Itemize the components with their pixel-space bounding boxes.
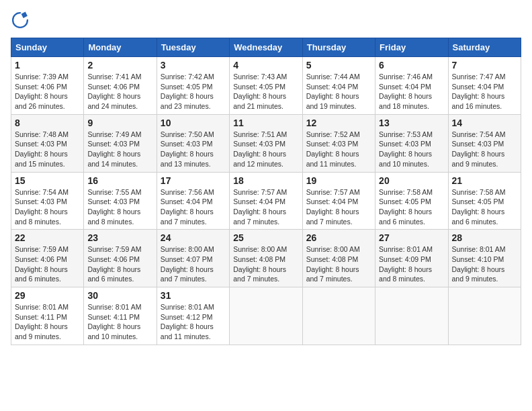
day-number: 3 (161, 60, 226, 71)
calendar-day-cell: 18Sunrise: 7:57 AM Sunset: 4:04 PM Dayli… (230, 172, 302, 230)
calendar-day-cell: 10Sunrise: 7:50 AM Sunset: 4:03 PM Dayli… (157, 114, 229, 172)
calendar-day-cell: 5Sunrise: 7:44 AM Sunset: 4:04 PM Daylig… (302, 57, 375, 115)
day-info: Sunrise: 8:00 AM Sunset: 4:08 PM Dayligh… (306, 244, 371, 284)
day-info: Sunrise: 7:42 AM Sunset: 4:05 PM Dayligh… (161, 72, 226, 111)
calendar-day-cell: 14Sunrise: 7:54 AM Sunset: 4:03 PM Dayli… (448, 114, 521, 172)
calendar-week-row: 22Sunrise: 7:59 AM Sunset: 4:06 PM Dayli… (11, 230, 521, 287)
day-number: 8 (15, 118, 80, 128)
day-number: 18 (233, 175, 298, 186)
day-number: 1 (15, 60, 80, 71)
calendar-week-row: 1Sunrise: 7:39 AM Sunset: 4:06 PM Daylig… (11, 57, 521, 115)
calendar-day-cell: 24Sunrise: 8:00 AM Sunset: 4:07 PM Dayli… (157, 230, 229, 287)
day-info: Sunrise: 8:01 AM Sunset: 4:09 PM Dayligh… (379, 244, 444, 284)
logo-icon (11, 11, 30, 30)
day-info: Sunrise: 7:51 AM Sunset: 4:03 PM Dayligh… (233, 130, 298, 169)
day-info: Sunrise: 7:53 AM Sunset: 4:03 PM Dayligh… (379, 130, 444, 169)
header-monday: Monday (84, 38, 157, 57)
day-number: 10 (161, 118, 226, 128)
calendar-table: SundayMondayTuesdayWednesdayThursdayFrid… (11, 38, 521, 345)
calendar-day-cell: 16Sunrise: 7:55 AM Sunset: 4:03 PM Dayli… (84, 172, 157, 230)
calendar-day-cell: 9Sunrise: 7:49 AM Sunset: 4:03 PM Daylig… (84, 114, 157, 172)
calendar-day-cell: 13Sunrise: 7:53 AM Sunset: 4:03 PM Dayli… (375, 114, 448, 172)
day-number: 23 (87, 232, 152, 243)
day-number: 16 (87, 175, 152, 186)
calendar-day-cell: 20Sunrise: 7:58 AM Sunset: 4:05 PM Dayli… (375, 172, 448, 230)
calendar-day-cell: 1Sunrise: 7:39 AM Sunset: 4:06 PM Daylig… (11, 57, 84, 115)
day-info: Sunrise: 7:47 AM Sunset: 4:04 PM Dayligh… (452, 72, 517, 111)
day-number: 9 (87, 118, 152, 128)
day-info: Sunrise: 7:58 AM Sunset: 4:05 PM Dayligh… (379, 187, 444, 227)
day-number: 14 (452, 118, 517, 128)
day-number: 2 (87, 60, 152, 71)
day-number: 4 (233, 60, 298, 71)
day-number: 15 (15, 175, 80, 186)
calendar-week-row: 8Sunrise: 7:48 AM Sunset: 4:03 PM Daylig… (11, 114, 521, 172)
calendar-day-cell: 25Sunrise: 8:00 AM Sunset: 4:08 PM Dayli… (230, 230, 302, 287)
day-info: Sunrise: 7:59 AM Sunset: 4:06 PM Dayligh… (87, 244, 152, 284)
day-info: Sunrise: 7:57 AM Sunset: 4:04 PM Dayligh… (306, 187, 371, 227)
day-number: 21 (452, 175, 517, 186)
day-number: 19 (306, 175, 371, 186)
calendar-day-cell: 27Sunrise: 8:01 AM Sunset: 4:09 PM Dayli… (375, 230, 448, 287)
day-info: Sunrise: 7:57 AM Sunset: 4:04 PM Dayligh… (233, 187, 298, 227)
day-info: Sunrise: 7:58 AM Sunset: 4:05 PM Dayligh… (452, 187, 517, 227)
day-info: Sunrise: 8:01 AM Sunset: 4:10 PM Dayligh… (452, 244, 517, 284)
day-info: Sunrise: 8:00 AM Sunset: 4:07 PM Dayligh… (161, 244, 226, 284)
day-number: 7 (452, 60, 517, 71)
calendar-day-cell: 22Sunrise: 7:59 AM Sunset: 4:06 PM Dayli… (11, 230, 84, 287)
day-number: 20 (379, 175, 444, 186)
logo (11, 11, 32, 30)
day-info: Sunrise: 7:39 AM Sunset: 4:06 PM Dayligh… (15, 72, 80, 111)
calendar-week-row: 29Sunrise: 8:01 AM Sunset: 4:11 PM Dayli… (11, 287, 521, 345)
header-wednesday: Wednesday (230, 38, 302, 57)
calendar-day-cell: 26Sunrise: 8:00 AM Sunset: 4:08 PM Dayli… (302, 230, 375, 287)
calendar-day-cell: 19Sunrise: 7:57 AM Sunset: 4:04 PM Dayli… (302, 172, 375, 230)
calendar-day-cell (375, 287, 448, 345)
header-saturday: Saturday (448, 38, 521, 57)
calendar-day-cell: 17Sunrise: 7:56 AM Sunset: 4:04 PM Dayli… (157, 172, 229, 230)
calendar-day-cell: 6Sunrise: 7:46 AM Sunset: 4:04 PM Daylig… (375, 57, 448, 115)
calendar-day-cell: 23Sunrise: 7:59 AM Sunset: 4:06 PM Dayli… (84, 230, 157, 287)
calendar-day-cell: 30Sunrise: 8:01 AM Sunset: 4:11 PM Dayli… (84, 287, 157, 345)
day-number: 11 (233, 118, 298, 128)
day-info: Sunrise: 7:52 AM Sunset: 4:03 PM Dayligh… (306, 130, 371, 169)
calendar-week-row: 15Sunrise: 7:54 AM Sunset: 4:03 PM Dayli… (11, 172, 521, 230)
day-number: 24 (161, 232, 226, 243)
day-info: Sunrise: 7:46 AM Sunset: 4:04 PM Dayligh… (379, 72, 444, 111)
day-number: 25 (233, 232, 298, 243)
calendar-day-cell: 31Sunrise: 8:01 AM Sunset: 4:12 PM Dayli… (157, 287, 229, 345)
calendar-day-cell: 29Sunrise: 8:01 AM Sunset: 4:11 PM Dayli… (11, 287, 84, 345)
day-number: 30 (87, 290, 152, 301)
calendar-day-cell: 3Sunrise: 7:42 AM Sunset: 4:05 PM Daylig… (157, 57, 229, 115)
calendar-header-row: SundayMondayTuesdayWednesdayThursdayFrid… (11, 38, 521, 57)
day-info: Sunrise: 7:54 AM Sunset: 4:03 PM Dayligh… (15, 187, 80, 227)
calendar-day-cell (448, 287, 521, 345)
day-info: Sunrise: 8:01 AM Sunset: 4:11 PM Dayligh… (87, 302, 152, 342)
day-number: 28 (452, 232, 517, 243)
calendar-day-cell: 28Sunrise: 8:01 AM Sunset: 4:10 PM Dayli… (448, 230, 521, 287)
calendar-day-cell (230, 287, 302, 345)
day-number: 17 (161, 175, 226, 186)
day-number: 29 (15, 290, 80, 301)
day-info: Sunrise: 7:41 AM Sunset: 4:06 PM Dayligh… (87, 72, 152, 111)
calendar-day-cell: 2Sunrise: 7:41 AM Sunset: 4:06 PM Daylig… (84, 57, 157, 115)
calendar-day-cell (302, 287, 375, 345)
day-number: 22 (15, 232, 80, 243)
calendar-day-cell: 4Sunrise: 7:43 AM Sunset: 4:05 PM Daylig… (230, 57, 302, 115)
calendar-day-cell: 7Sunrise: 7:47 AM Sunset: 4:04 PM Daylig… (448, 57, 521, 115)
header-friday: Friday (375, 38, 448, 57)
day-info: Sunrise: 7:43 AM Sunset: 4:05 PM Dayligh… (233, 72, 298, 111)
header-tuesday: Tuesday (157, 38, 229, 57)
calendar-day-cell: 8Sunrise: 7:48 AM Sunset: 4:03 PM Daylig… (11, 114, 84, 172)
header-sunday: Sunday (11, 38, 84, 57)
day-number: 26 (306, 232, 371, 243)
page-header (11, 11, 521, 30)
day-number: 12 (306, 118, 371, 128)
calendar-day-cell: 11Sunrise: 7:51 AM Sunset: 4:03 PM Dayli… (230, 114, 302, 172)
day-info: Sunrise: 8:01 AM Sunset: 4:12 PM Dayligh… (161, 302, 226, 342)
calendar-day-cell: 15Sunrise: 7:54 AM Sunset: 4:03 PM Dayli… (11, 172, 84, 230)
day-number: 27 (379, 232, 444, 243)
day-info: Sunrise: 7:54 AM Sunset: 4:03 PM Dayligh… (452, 130, 517, 169)
calendar-day-cell: 12Sunrise: 7:52 AM Sunset: 4:03 PM Dayli… (302, 114, 375, 172)
day-info: Sunrise: 7:49 AM Sunset: 4:03 PM Dayligh… (87, 130, 152, 169)
